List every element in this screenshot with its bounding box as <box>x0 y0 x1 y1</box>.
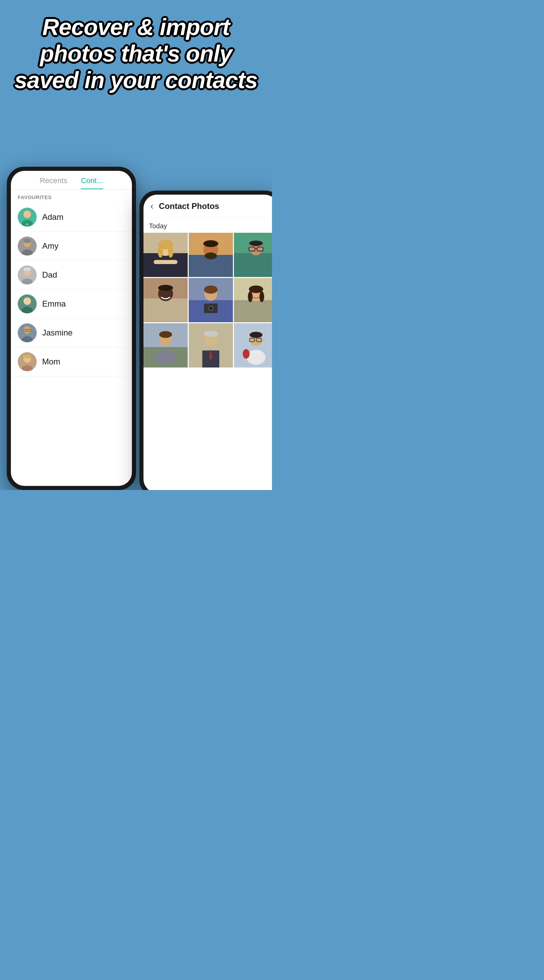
svg-rect-38 <box>234 253 272 277</box>
svg-rect-26 <box>143 253 188 277</box>
svg-point-79 <box>243 349 249 359</box>
contact-name-dad: Dad <box>42 270 57 280</box>
svg-point-1 <box>24 211 31 218</box>
photo-7[interactable] <box>143 323 188 368</box>
svg-point-35 <box>203 240 218 247</box>
svg-point-59 <box>248 291 253 302</box>
photo-1[interactable] <box>143 233 188 277</box>
section-label-favourites: FAVOURITES <box>11 189 132 203</box>
photo-3[interactable] <box>234 233 272 277</box>
avatar-adam: S <box>18 208 37 227</box>
svg-point-36 <box>205 253 217 259</box>
svg-point-6 <box>24 239 31 243</box>
photo-8[interactable] <box>189 323 233 368</box>
photo-4[interactable] <box>143 278 188 322</box>
svg-point-75 <box>249 332 262 338</box>
svg-point-64 <box>159 331 172 338</box>
avatar-mom <box>18 352 37 371</box>
avatar-emma <box>18 294 37 313</box>
svg-point-30 <box>168 245 173 258</box>
contact-item-jasmine[interactable]: Jasmine <box>11 318 132 347</box>
svg-point-47 <box>158 285 173 291</box>
svg-point-65 <box>155 350 176 364</box>
today-label: Today <box>143 218 272 233</box>
svg-point-23 <box>23 354 31 358</box>
left-phone: Recents Cont... FAVOURITES S <box>7 167 136 490</box>
right-phone-screen: ‹ Contact Photos Today <box>143 195 272 490</box>
tab-contacts[interactable]: Cont... <box>81 176 103 189</box>
svg-point-78 <box>246 350 266 365</box>
svg-point-54 <box>209 307 213 310</box>
svg-text:S: S <box>26 223 28 226</box>
contact-name-adam: Adam <box>42 212 63 222</box>
contacts-tabs: Recents Cont... <box>11 171 132 189</box>
avatar-jasmine <box>18 323 37 342</box>
svg-rect-56 <box>234 300 272 322</box>
contact-name-mom: Mom <box>42 357 60 366</box>
contact-item-dad[interactable]: Dad <box>11 261 132 290</box>
svg-point-69 <box>204 331 218 337</box>
avatar-amy <box>18 237 37 256</box>
contact-name-amy: Amy <box>42 241 59 251</box>
right-phone: ‹ Contact Photos Today <box>140 191 272 490</box>
svg-point-60 <box>259 291 264 302</box>
left-phone-screen: Recents Cont... FAVOURITES S <box>11 171 132 486</box>
tab-recents[interactable]: Recents <box>40 176 67 189</box>
contact-item-adam[interactable]: S Adam <box>11 203 132 232</box>
svg-rect-45 <box>143 298 188 322</box>
svg-point-51 <box>204 285 217 294</box>
contact-name-jasmine: Jasmine <box>42 328 73 337</box>
svg-rect-31 <box>154 260 178 264</box>
contact-item-amy[interactable]: Amy <box>11 232 132 261</box>
phones-container: Recents Cont... FAVOURITES S <box>0 133 272 490</box>
svg-point-10 <box>24 267 31 271</box>
contact-item-mom[interactable]: Mom <box>11 347 132 376</box>
photo-2[interactable] <box>189 233 233 277</box>
headline-text: Recover & import photos that's only save… <box>0 0 272 100</box>
contact-photos-header: ‹ Contact Photos <box>143 195 272 218</box>
photo-9[interactable] <box>234 323 272 368</box>
photos-grid <box>143 233 272 368</box>
avatar-dad <box>18 266 37 285</box>
svg-point-43 <box>249 240 263 246</box>
photo-6[interactable] <box>234 278 272 322</box>
photo-5[interactable] <box>189 278 233 322</box>
back-button[interactable]: ‹ <box>150 201 153 212</box>
svg-point-13 <box>24 298 31 305</box>
contact-photos-title: Contact Photos <box>159 202 219 211</box>
svg-point-29 <box>158 245 163 258</box>
contact-name-emma: Emma <box>42 299 66 309</box>
contact-item-emma[interactable]: Emma <box>11 290 132 318</box>
